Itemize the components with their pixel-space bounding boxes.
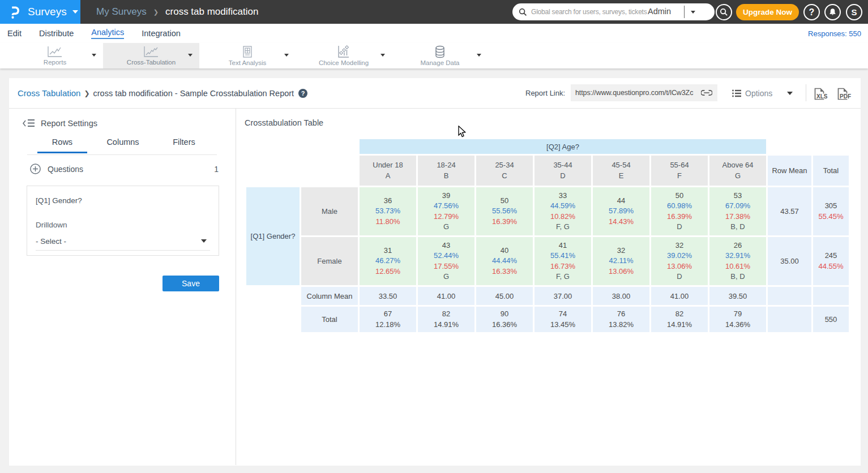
svg-text:PDF: PDF xyxy=(840,93,851,100)
svg-text:XLS: XLS xyxy=(816,93,828,100)
